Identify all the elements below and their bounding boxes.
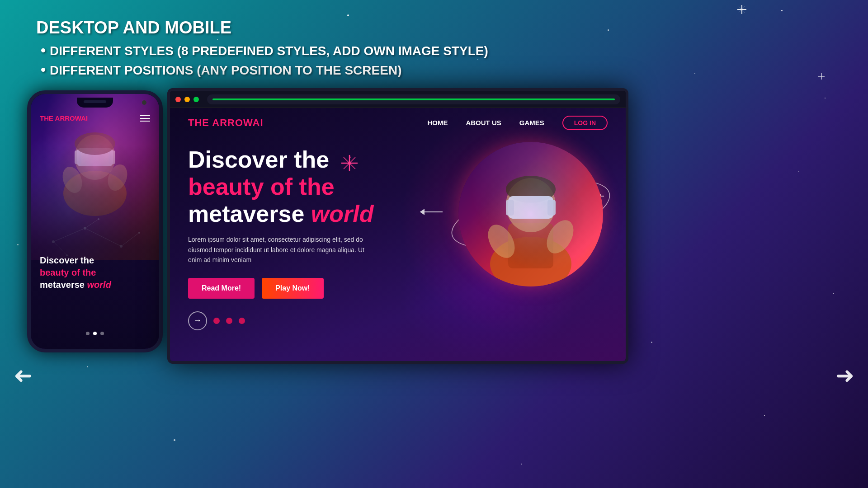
hamburger-line-1 [140,115,150,116]
nav-link-about[interactable]: ABOUT US [466,119,501,127]
phone-camera [142,100,146,105]
right-arrow[interactable]: ➜ [835,362,854,389]
svg-line-2 [739,6,745,13]
desktop-mockup: THE ARROWAI HOME ABOUT US GAMES LOG IN D… [167,88,628,364]
desktop-hero-image [445,133,617,314]
title-line3: metaverse world [188,201,423,228]
desktop-content: THE ARROWAI HOME ABOUT US GAMES LOG IN D… [170,108,626,361]
play-now-button[interactable]: Play Now! [262,278,323,299]
svg-marker-49 [420,209,425,215]
bullet-2: DIFFERENT POSITIONS (ANY POSITION TO THE… [41,61,488,78]
desktop-vr-person-svg [458,142,603,286]
phone-title-world: world [87,280,111,290]
phone-content: THE ARROWAI Discover the beauty of the m… [31,94,159,349]
desktop-hero: Discover the [170,137,626,330]
phone-gradient-overlay [31,94,159,349]
phone-hero-text: Discover the beauty of the metaverse wor… [40,255,150,290]
desktop-hero-buttons: Read More! Play Now! [188,278,423,299]
phone-dot-2[interactable] [93,332,97,335]
svg-rect-45 [547,200,556,216]
svg-point-48 [476,160,585,268]
vr-circle-image [458,142,603,286]
desktop-navbar: THE ARROWAI HOME ABOUT US GAMES LOG IN [170,108,626,137]
header-title: DESKTOP AND MOBILE [36,18,488,38]
desktop-logo: THE ARROWAI [188,117,264,129]
desktop-titlebar [170,91,626,108]
phone-title-line2: beauty of the [40,267,150,278]
phone-dot-1[interactable] [86,332,90,335]
svg-point-41 [506,178,556,232]
phone-menu-button[interactable] [140,115,150,122]
header-section: DESKTOP AND MOBILE DIFFERENT STYLES (8 P… [36,18,488,81]
phone-mockup: THE ARROWAI Discover the beauty of the m… [27,90,163,352]
phone-logo: THE ARROWAI [40,114,88,122]
phone-title-line3: metaverse world [40,280,150,290]
titlebar-progress-bar [212,99,615,100]
desktop-hero-desc: Lorem ipsum dolor sit amet, consectetur … [188,235,378,265]
title-world: world [311,201,374,227]
pagination-arrow-btn[interactable]: → [188,311,207,330]
phone-frame: THE ARROWAI Discover the beauty of the m… [27,90,163,352]
svg-point-39 [490,237,571,286]
titlebar-minimize[interactable] [184,97,190,102]
nav-link-home[interactable]: HOME [427,119,448,127]
sparkle-icon [340,153,359,172]
svg-point-47 [541,216,579,258]
bullet-1: DIFFERENT STYLES (8 PREDEFINED STYLES, A… [41,42,488,59]
titlebar-close[interactable] [175,97,181,102]
desktop-frame: THE ARROWAI HOME ABOUT US GAMES LOG IN D… [167,88,628,364]
read-more-button[interactable]: Read More! [188,278,255,299]
hamburger-line-2 [140,118,150,119]
pagination-dot-1[interactable] [213,318,220,324]
svg-point-31 [348,162,351,164]
svg-rect-43 [508,196,553,219]
pagination-dot-3[interactable] [239,318,245,324]
nav-link-games[interactable]: GAMES [519,119,544,127]
hamburger-line-3 [140,121,150,122]
svg-rect-40 [508,223,553,268]
svg-point-46 [482,220,520,263]
titlebar-maximize[interactable] [193,97,199,102]
desktop-nav-links: HOME ABOUT US GAMES [427,119,544,127]
svg-rect-44 [506,200,514,216]
left-arrow[interactable]: ➜ [14,362,33,389]
phone-dot-3[interactable] [100,332,104,335]
phone-pagination-dots [86,332,104,335]
title-line1: Discover the [188,146,423,174]
orbit-arrow-left [418,205,445,219]
svg-point-42 [506,176,556,203]
svg-line-3 [739,6,745,13]
header-bullets: DIFFERENT STYLES (8 PREDEFINED STYLES, A… [36,42,488,78]
pagination-dot-2[interactable] [226,318,232,324]
phone-speaker [84,100,106,103]
login-button[interactable]: LOG IN [562,116,608,130]
title-line2: beauty of the [188,174,423,201]
desktop-hero-title: Discover the [188,146,423,227]
desktop-hero-left: Discover the [188,146,423,330]
titlebar-address-bar [207,94,620,104]
desktop-pagination: → [188,311,423,330]
phone-title-line1: Discover the [40,255,150,266]
